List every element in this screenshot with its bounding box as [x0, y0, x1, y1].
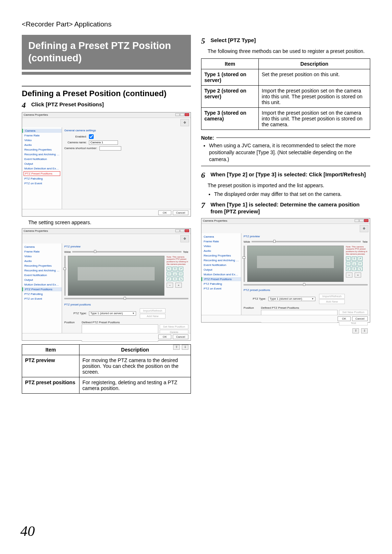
zoom-in-icon[interactable]: +: [175, 283, 182, 288]
step-number: 4: [22, 101, 28, 109]
sidebar-item-audio[interactable]: Audio: [22, 143, 62, 147]
sidebar-item-ptz-preset-positions[interactable]: PTZ Preset Positions: [201, 277, 241, 281]
sidebar-item-ptz-on-event[interactable]: PTZ on Event: [22, 297, 62, 301]
ptz-type-label: PTZ Type:: [244, 297, 266, 300]
sidebar-item-framerate[interactable]: Frame Rate: [201, 239, 241, 243]
sidebar-item-video[interactable]: Video: [22, 254, 62, 258]
tilt-slider[interactable]: [244, 246, 245, 282]
sidebar-item-audio[interactable]: Audio: [201, 249, 241, 253]
divider: [201, 166, 370, 166]
ptz-type-select[interactable]: Type 1 (stored on server)▼: [268, 297, 315, 301]
sidebar-item-framerate[interactable]: Frame Rate: [22, 134, 62, 138]
sidebar-item-eventnotif[interactable]: Event Notification: [22, 157, 62, 161]
window-buttons: [175, 229, 189, 233]
sidebar-item-camera[interactable]: Camera: [22, 245, 62, 249]
import-refresh-button[interactable]: Import/Refresh: [319, 294, 345, 299]
sidebar-item-video[interactable]: Video: [201, 244, 241, 248]
zoom-wide-label: Wide: [244, 240, 250, 243]
camera-name-input[interactable]: [89, 140, 118, 145]
add-new-button[interactable]: Add New: [140, 314, 166, 319]
sidebar-item-ptz-patrolling[interactable]: PTZ Patrolling: [201, 282, 241, 286]
table-row: Type 2 (stored on server) Import the pre…: [201, 85, 370, 107]
sidebar-item-recprops[interactable]: Recording Properties: [201, 254, 241, 258]
ptz-preview[interactable]: [247, 246, 344, 282]
sidebar-item-ptz-on-event[interactable]: PTZ on Event: [201, 287, 241, 291]
ok-button[interactable]: OK: [338, 316, 351, 321]
table-row: Type 1 (stored on server) Set the preset…: [201, 69, 370, 85]
sidebar-item-recprops[interactable]: Recording Properties: [22, 148, 62, 152]
sidebar-item-eventnotif[interactable]: Event Notification: [201, 263, 241, 267]
cancel-button[interactable]: Cancel: [352, 316, 368, 321]
group-header: General camera settings: [64, 129, 188, 132]
pan-slider[interactable]: [244, 284, 368, 286]
window-title: Camera Properties: [24, 113, 48, 116]
sidebar-item-camera[interactable]: Camera: [22, 129, 62, 133]
sidebar-item-output[interactable]: Output: [22, 162, 62, 166]
screenshot-ptz-preset-positions: Camera Properties ❖ Camera Frame Rate Vi…: [22, 228, 191, 341]
cancel-button[interactable]: Cancel: [173, 210, 188, 215]
chevron-down-icon: ▼: [132, 312, 135, 315]
move-down-icon[interactable]: ⇩: [361, 328, 368, 333]
ok-button[interactable]: OK: [158, 335, 171, 339]
sidebar-item-motion[interactable]: Motion Detection and Exclude Regions: [22, 283, 62, 287]
camera-name-label: Camera name:: [64, 141, 87, 144]
pan-slider[interactable]: [64, 298, 188, 299]
sidebar-item-output[interactable]: Output: [22, 278, 62, 282]
enabled-checkbox[interactable]: [89, 134, 94, 139]
move-up-icon[interactable]: ⇧: [173, 345, 180, 350]
move-down-icon[interactable]: ⇩: [182, 345, 188, 350]
sidebar-item-recprops[interactable]: Recording Properties: [22, 264, 62, 268]
add-new-button[interactable]: Add New: [319, 299, 345, 304]
set-new-position-button[interactable]: Set New Position: [160, 324, 188, 329]
chevron-down-icon: ▼: [311, 297, 314, 300]
sidebar-item-motion[interactable]: Motion Detection and Exclude Regions: [201, 272, 241, 276]
shortcut-label: Camera shortcut number:: [64, 147, 97, 150]
screenshot-camera-properties-general: Camera Properties ❖ Camera Frame Rate Vi…: [22, 112, 191, 217]
ptz-direction-pad[interactable]: ↖⇧↗ ⇦⌂⇨ ↙⇩↘: [346, 257, 368, 271]
sidebar-item-ptz-patrolling[interactable]: PTZ Patrolling: [22, 177, 62, 181]
ptz-direction-pad[interactable]: ↖⇧↗ ⇦⌂⇨ ↙⇩↘: [167, 267, 188, 281]
sidebar-item-framerate[interactable]: Frame Rate: [22, 250, 62, 254]
page-banner: Defining a Preset PTZ Position (continue…: [22, 35, 191, 72]
ptz-type-select[interactable]: Type 1 (stored on server)▼: [89, 311, 136, 316]
sidebar-item-recpaths[interactable]: Recording and Archiving Paths: [22, 152, 62, 156]
sidebar-item-ptz-preset-positions[interactable]: PTZ Preset Positions: [22, 287, 62, 291]
defined-col-header: Defined PTZ Preset Positions: [261, 306, 368, 309]
sidebar-item-recpaths[interactable]: Recording and Archiving Paths: [22, 268, 62, 272]
window-title: Camera Properties: [24, 229, 48, 233]
zoom-slider[interactable]: [252, 241, 361, 242]
window-title: Camera Properties: [203, 219, 227, 222]
sidebar-item-ptz-preset-positions[interactable]: PTZ Preset Positions: [24, 171, 60, 176]
step-7: 7 When [Type 1] is selected: Determine t…: [201, 201, 370, 215]
import-refresh-button[interactable]: Import/Refresh: [140, 308, 166, 313]
zoom-out-icon[interactable]: −: [346, 272, 352, 278]
divider: [22, 86, 191, 87]
tilt-slider[interactable]: [64, 256, 66, 296]
sidebar-item-motion[interactable]: Motion Detection and Exclude Regions: [22, 167, 62, 171]
sidebar-item-ptz-on-event[interactable]: PTZ on Event: [22, 181, 62, 185]
sidebar-item-camera[interactable]: Camera: [201, 235, 241, 239]
sidebar-item-ptz-patrolling[interactable]: PTZ Patrolling: [22, 292, 62, 296]
sidebar-item-video[interactable]: Video: [22, 138, 62, 142]
cancel-button[interactable]: Cancel: [173, 335, 188, 339]
sidebar-item-eventnotif[interactable]: Event Notification: [22, 273, 62, 277]
bullet-list: The displayed order may differ to that s…: [201, 191, 370, 198]
logo-icon: ❖: [180, 119, 189, 126]
shortcut-input[interactable]: [99, 146, 121, 151]
group-header-presets: PTZ preset positions: [244, 288, 368, 292]
sidebar-item-audio[interactable]: Audio: [22, 259, 62, 263]
ptz-preview[interactable]: [68, 256, 164, 296]
zoom-in-icon[interactable]: +: [355, 272, 361, 278]
sidebar-item-output[interactable]: Output: [201, 268, 241, 272]
note-heading: Note:: [201, 135, 370, 141]
sidebar: Camera Frame Rate Video Audio Recording …: [22, 127, 62, 209]
logo-icon: ❖: [360, 225, 368, 232]
group-header-preview: PTZ preview: [64, 245, 188, 248]
set-new-position-button[interactable]: Set New Position: [339, 310, 368, 315]
zoom-slider[interactable]: [72, 251, 181, 253]
move-up-icon[interactable]: ⇧: [352, 328, 359, 333]
sidebar-item-recpaths[interactable]: Recording and Archiving Paths: [201, 258, 241, 262]
ok-button[interactable]: OK: [158, 210, 171, 215]
zoom-out-icon[interactable]: −: [167, 283, 173, 288]
step-5: 5 Select [PTZ Type]: [201, 37, 370, 45]
